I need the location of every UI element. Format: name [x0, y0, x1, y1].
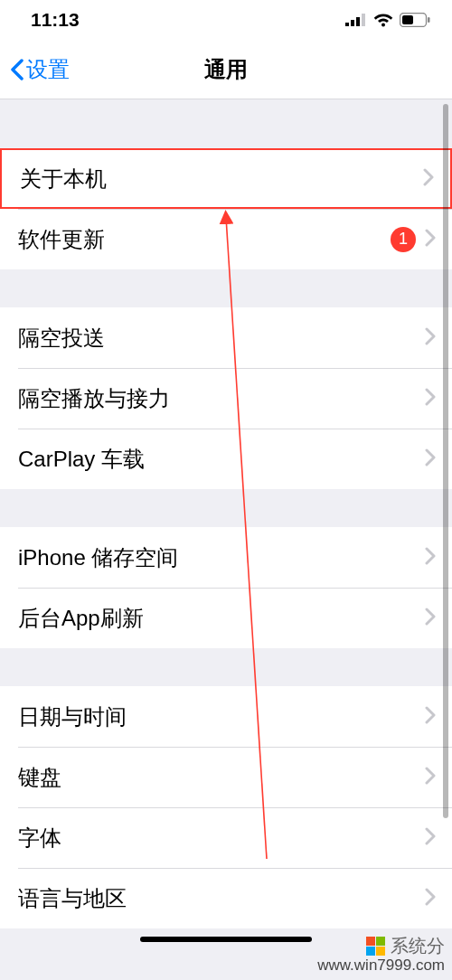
row-fonts[interactable]: 字体	[0, 807, 452, 868]
chevron-right-icon	[425, 886, 436, 911]
nav-title: 通用	[204, 55, 248, 84]
scroll-indicator[interactable]	[443, 104, 448, 818]
battery-icon	[400, 13, 430, 27]
watermark-logo: 系统分	[366, 936, 445, 956]
chevron-right-icon	[425, 765, 436, 790]
row-label: 关于本机	[20, 165, 414, 193]
chevron-right-icon	[425, 447, 436, 472]
svg-rect-0	[345, 23, 349, 26]
status-bar: 11:13	[0, 0, 452, 40]
home-indicator[interactable]	[140, 937, 312, 942]
row-label: CarPlay 车载	[18, 445, 416, 474]
nav-bar: 设置 通用	[0, 40, 452, 99]
svg-rect-1	[351, 20, 354, 26]
update-badge: 1	[391, 227, 416, 252]
row-label: 语言与地区	[18, 884, 416, 913]
row-iphone-storage[interactable]: iPhone 储存空间	[0, 527, 452, 588]
row-label: 隔空投送	[18, 324, 416, 353]
row-about[interactable]: 关于本机	[0, 148, 452, 209]
row-keyboard[interactable]: 键盘	[0, 747, 452, 807]
row-label: 字体	[18, 824, 416, 853]
svg-rect-5	[402, 15, 413, 24]
row-label: 隔空播放与接力	[18, 384, 416, 413]
section-spacer	[0, 489, 452, 527]
row-label: 键盘	[18, 763, 416, 792]
chevron-right-icon	[423, 166, 434, 192]
chevron-right-icon	[425, 704, 436, 730]
settings-list: 关于本机软件更新1隔空投送隔空播放与接力CarPlay 车载iPhone 储存空…	[0, 99, 452, 928]
section-spacer	[0, 648, 452, 686]
chevron-right-icon	[425, 606, 436, 631]
chevron-right-icon	[425, 545, 436, 570]
row-airdrop[interactable]: 隔空投送	[0, 307, 452, 368]
svg-rect-6	[428, 17, 430, 23]
row-label: iPhone 储存空间	[18, 543, 416, 572]
cellular-icon	[345, 14, 367, 26]
back-label: 设置	[26, 55, 70, 84]
svg-rect-2	[356, 17, 360, 26]
back-button[interactable]: 设置	[0, 55, 70, 84]
chevron-right-icon	[425, 386, 436, 411]
row-label: 日期与时间	[18, 702, 416, 731]
row-airplay-handoff[interactable]: 隔空播放与接力	[0, 368, 452, 429]
status-icons	[345, 13, 430, 27]
row-language-region[interactable]: 语言与地区	[0, 868, 452, 928]
svg-rect-3	[362, 14, 365, 26]
chevron-right-icon	[425, 227, 436, 252]
chevron-right-icon	[425, 325, 436, 351]
row-software-update[interactable]: 软件更新1	[0, 209, 452, 269]
watermark: 系统分 www.win7999.com	[317, 932, 445, 975]
section-spacer	[0, 269, 452, 307]
row-background-app-refresh[interactable]: 后台App刷新	[0, 588, 452, 648]
row-carplay[interactable]: CarPlay 车载	[0, 429, 452, 489]
row-label: 后台App刷新	[18, 604, 416, 633]
row-date-time[interactable]: 日期与时间	[0, 686, 452, 747]
watermark-brand: 系统分	[391, 936, 445, 956]
chevron-right-icon	[425, 825, 436, 851]
watermark-url: www.win7999.com	[317, 956, 445, 975]
status-time: 11:13	[31, 9, 80, 31]
chevron-left-icon	[9, 59, 24, 80]
section-spacer	[0, 99, 452, 148]
row-label: 软件更新	[18, 225, 391, 254]
wifi-icon	[373, 13, 393, 27]
